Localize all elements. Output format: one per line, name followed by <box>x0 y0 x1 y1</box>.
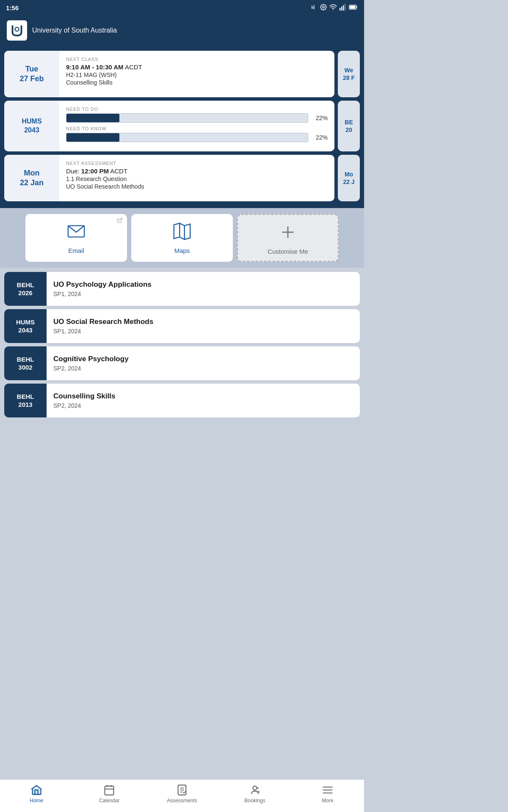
course-badge-behl2013: BEHL 2013 <box>4 384 47 417</box>
course-badge-behl2026: BEHL 2026 <box>4 272 47 306</box>
assessments-icon <box>176 784 188 796</box>
next-class-content: NEXT CLASS 9:10 AM - 10:30 AM ACDT H2-11… <box>59 51 334 97</box>
course-info-behl2013: Counselling Skills SP2, 2024 <box>47 386 360 415</box>
course-info-hums2043: UO Social Research Methods SP1, 2024 <box>47 312 360 340</box>
nav-home[interactable]: Home <box>19 784 53 804</box>
course-period-behl3002: SP2, 2024 <box>53 365 353 372</box>
battery-icon <box>349 4 358 12</box>
header-title: University of South Australia <box>32 26 117 35</box>
bottom-nav: Home Calendar Assessments Bookings <box>0 779 364 812</box>
card-peek-3: Mo22 J <box>343 170 354 186</box>
card-peek-1: We28 F <box>343 66 355 82</box>
next-assessment-time: Due: 12:00 PM ACDT <box>66 167 328 175</box>
svg-rect-4 <box>341 6 342 11</box>
email-quick-link[interactable]: Email <box>25 214 127 262</box>
nav-more[interactable]: More <box>311 784 345 804</box>
course-item-behl2026[interactable]: BEHL 2026 UO Psychology Applications SP1… <box>4 272 360 306</box>
course-name-behl2013: Counselling Skills <box>53 392 353 401</box>
status-icons <box>311 4 358 12</box>
svg-rect-3 <box>340 8 340 10</box>
app-logo <box>7 20 27 41</box>
more-icon <box>322 784 334 796</box>
course-info-behl3002: Cognitive Psychology SP2, 2024 <box>47 349 360 378</box>
email-icon <box>66 222 86 243</box>
course-name-hums2043: UO Social Research Methods <box>53 318 353 326</box>
svg-point-25 <box>253 786 257 790</box>
progress-content: NEED TO DO 22% NEED TO KNOW 22% <box>59 101 334 151</box>
svg-rect-8 <box>350 5 356 9</box>
next-class-label: NEXT CLASS <box>66 57 328 62</box>
email-label: Email <box>68 247 84 254</box>
next-class-time: 9:10 AM - 10:30 AM ACDT <box>66 63 328 71</box>
external-link-icon <box>117 217 123 225</box>
notification-icon <box>311 4 318 12</box>
course-period-behl2013: SP2, 2024 <box>53 402 353 409</box>
next-assessment-date: Mon 22 Jan <box>4 155 59 201</box>
course-name-behl3002: Cognitive Psychology <box>53 355 353 363</box>
course-item-hums2043[interactable]: HUMS 2043 UO Social Research Methods SP1… <box>4 309 360 343</box>
need-to-know-row: 22% <box>66 133 328 142</box>
course-name-behl2026: UO Psychology Applications <box>53 280 353 289</box>
maps-label: Maps <box>174 247 190 254</box>
progress-card[interactable]: HUMS 2043 NEED TO DO 22% NEED TO KNOW <box>4 101 334 151</box>
status-bar: 1:56 <box>0 0 364 15</box>
next-class-card[interactable]: Tue 27 Feb NEXT CLASS 9:10 AM - 10:30 AM… <box>4 51 334 97</box>
home-icon <box>30 784 42 796</box>
course-list: BEHL 2026 UO Psychology Applications SP1… <box>0 268 364 422</box>
need-to-do-label: NEED TO DO <box>66 107 328 112</box>
svg-rect-17 <box>105 786 114 795</box>
app-header: University of South Australia <box>0 15 364 46</box>
nav-bookings[interactable]: Bookings <box>238 784 272 804</box>
maps-icon <box>172 222 192 243</box>
need-to-do-pct: 22% <box>312 115 328 121</box>
gear-icon <box>320 4 327 12</box>
course-period-hums2043: SP1, 2024 <box>53 328 353 335</box>
need-to-do-section: NEED TO DO 22% <box>66 107 328 123</box>
need-to-do-bar-bg <box>66 113 308 123</box>
bookings-nav-label: Bookings <box>244 798 265 804</box>
carousel-section: Tue 27 Feb NEXT CLASS 9:10 AM - 10:30 AM… <box>0 46 364 208</box>
course-badge-behl3002: BEHL 3002 <box>4 346 47 380</box>
course-period-behl2026: SP1, 2024 <box>53 291 353 297</box>
svg-rect-6 <box>345 4 345 11</box>
status-time: 1:56 <box>6 4 19 11</box>
next-assessment-course: UO Social Research Methods <box>66 183 328 190</box>
nav-assessments[interactable]: Assessments <box>165 784 199 804</box>
calendar-icon <box>103 784 115 796</box>
quick-links-section: Email Maps Customise Me <box>0 208 364 268</box>
nav-calendar[interactable]: Calendar <box>92 784 126 804</box>
customise-label: Customise Me <box>268 248 308 255</box>
need-to-know-bar-bg <box>66 133 308 142</box>
svg-rect-5 <box>343 5 344 11</box>
svg-rect-1 <box>313 6 313 9</box>
need-to-know-label: NEED TO KNOW <box>66 126 328 131</box>
next-class-room: H2-11 MAG (WSH) <box>66 71 328 78</box>
next-class-date: Tue 27 Feb <box>4 51 59 97</box>
calendar-nav-label: Calendar <box>99 798 120 804</box>
course-badge-hums2043: HUMS 2043 <box>4 309 47 343</box>
svg-point-2 <box>323 6 324 8</box>
course-item-behl2013[interactable]: BEHL 2013 Counselling Skills SP2, 2024 <box>4 384 360 417</box>
need-to-do-bar-fill <box>66 114 119 122</box>
next-assessment-label: NEXT ASSESSMENT <box>66 161 328 166</box>
next-assessment-content: NEXT ASSESSMENT Due: 12:00 PM ACDT 1.1 R… <box>59 155 334 201</box>
svg-marker-12 <box>174 223 190 239</box>
maps-quick-link[interactable]: Maps <box>131 214 233 262</box>
plus-icon <box>278 222 298 244</box>
need-to-know-bar-fill <box>66 133 119 142</box>
bookings-icon <box>249 784 261 796</box>
card-peek-2: BE20 <box>345 118 353 134</box>
course-info-behl2026: UO Psychology Applications SP1, 2024 <box>47 274 360 303</box>
assessments-nav-label: Assessments <box>167 798 197 804</box>
signal-icon <box>340 4 346 12</box>
course-item-behl3002[interactable]: BEHL 3002 Cognitive Psychology SP2, 2024 <box>4 346 360 380</box>
wifi-icon <box>329 4 337 12</box>
next-assessment-card[interactable]: Mon 22 Jan NEXT ASSESSMENT Due: 12:00 PM… <box>4 155 334 201</box>
need-to-do-row: 22% <box>66 113 328 123</box>
next-assessment-task: 1.1 Research Question <box>66 176 328 182</box>
customise-quick-link[interactable]: Customise Me <box>237 214 339 262</box>
next-class-name: Counselling Skills <box>66 79 328 86</box>
need-to-know-pct: 22% <box>312 134 328 141</box>
more-nav-label: More <box>322 798 333 804</box>
home-nav-label: Home <box>30 798 43 804</box>
